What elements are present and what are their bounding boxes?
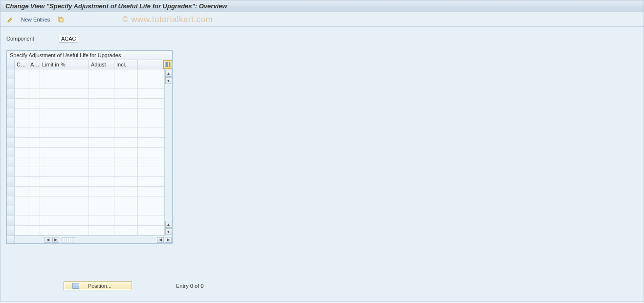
table-configure-icon[interactable] [163, 60, 172, 69]
cell-adjust[interactable] [89, 99, 114, 108]
component-value[interactable]: ACAC [59, 35, 79, 43]
cell-limit[interactable] [40, 148, 89, 157]
row-selector[interactable] [7, 226, 15, 235]
row-selector[interactable] [7, 187, 15, 196]
cell-limit[interactable] [40, 196, 89, 206]
cell-limit[interactable] [40, 128, 89, 137]
table-row[interactable] [7, 138, 164, 148]
cell-adjust[interactable] [89, 148, 114, 157]
table-row[interactable] [7, 206, 164, 216]
cell-incl[interactable] [114, 138, 138, 147]
cell-adjust[interactable] [89, 69, 114, 79]
horizontal-scrollbar[interactable]: ◀ ▶ ◀ ▶ [7, 236, 172, 243]
cell-co[interactable] [15, 69, 28, 79]
row-selector[interactable] [7, 216, 15, 225]
cell-co[interactable] [15, 187, 28, 196]
table-row[interactable] [7, 167, 164, 177]
cell-co[interactable] [15, 196, 28, 206]
cell-co[interactable] [15, 79, 28, 88]
cell-incl[interactable] [114, 157, 138, 167]
row-selector[interactable] [7, 89, 15, 98]
cell-ac[interactable] [28, 99, 40, 108]
row-selector[interactable] [7, 167, 15, 176]
cell-incl[interactable] [114, 118, 138, 128]
cell-limit[interactable] [40, 108, 89, 118]
table-row[interactable] [7, 226, 164, 236]
scroll-left-icon[interactable]: ◀ [44, 237, 51, 243]
cell-adjust[interactable] [89, 79, 114, 88]
table-row[interactable] [7, 89, 164, 99]
cell-adjust[interactable] [89, 89, 114, 98]
cell-limit[interactable] [40, 69, 89, 79]
cell-incl[interactable] [114, 79, 138, 88]
row-selector[interactable] [7, 118, 15, 128]
cell-adjust[interactable] [89, 157, 114, 167]
cell-ac[interactable] [28, 89, 40, 98]
cell-limit[interactable] [40, 138, 89, 147]
cell-co[interactable] [15, 89, 28, 98]
cell-adjust[interactable] [89, 187, 114, 196]
new-entries-button[interactable]: New Entries [19, 16, 52, 23]
row-selector[interactable] [7, 138, 15, 147]
table-row[interactable] [7, 128, 164, 138]
row-selector[interactable] [7, 196, 15, 206]
cell-ac[interactable] [28, 69, 40, 79]
table-row[interactable] [7, 177, 164, 187]
scroll-down-icon[interactable]: ▼ [165, 228, 172, 235]
cell-ac[interactable] [28, 118, 40, 128]
row-selector[interactable] [7, 79, 15, 88]
cell-ac[interactable] [28, 157, 40, 167]
row-selector[interactable] [7, 177, 15, 186]
cell-ac[interactable] [28, 108, 40, 118]
cell-incl[interactable] [114, 69, 138, 79]
cell-limit[interactable] [40, 226, 89, 235]
cell-co[interactable] [15, 99, 28, 108]
scroll-up-step-icon[interactable]: ▲ [165, 221, 172, 228]
scroll-right-icon[interactable]: ▶ [165, 237, 172, 243]
cell-co[interactable] [15, 206, 28, 216]
cell-incl[interactable] [114, 148, 138, 157]
cell-limit[interactable] [40, 206, 89, 216]
row-selector-header[interactable] [7, 60, 15, 69]
cell-limit[interactable] [40, 157, 89, 167]
cell-co[interactable] [15, 118, 28, 128]
cell-incl[interactable] [114, 187, 138, 196]
cell-ac[interactable] [28, 148, 40, 157]
cell-incl[interactable] [114, 167, 138, 176]
column-header-ac[interactable]: Ac... [28, 60, 40, 69]
copy-icon[interactable] [56, 15, 66, 24]
cell-adjust[interactable] [89, 167, 114, 176]
edit-icon[interactable] [5, 15, 15, 24]
cell-ac[interactable] [28, 206, 40, 216]
cell-adjust[interactable] [89, 138, 114, 147]
cell-ac[interactable] [28, 187, 40, 196]
cell-adjust[interactable] [89, 128, 114, 137]
column-header-limit[interactable]: Limit in % [40, 60, 89, 69]
row-selector[interactable] [7, 157, 15, 167]
cell-ac[interactable] [28, 79, 40, 88]
cell-limit[interactable] [40, 177, 89, 186]
row-selector[interactable] [7, 148, 15, 157]
cell-co[interactable] [15, 108, 28, 118]
row-selector[interactable] [7, 99, 15, 108]
table-row[interactable] [7, 118, 164, 128]
position-button[interactable]: Position... [64, 281, 132, 290]
row-selector[interactable] [7, 206, 15, 216]
cell-ac[interactable] [28, 167, 40, 176]
cell-ac[interactable] [28, 128, 40, 137]
cell-ac[interactable] [28, 196, 40, 206]
cell-incl[interactable] [114, 128, 138, 137]
cell-limit[interactable] [40, 187, 89, 196]
cell-incl[interactable] [114, 177, 138, 186]
cell-limit[interactable] [40, 79, 89, 88]
cell-incl[interactable] [114, 108, 138, 118]
cell-co[interactable] [15, 177, 28, 186]
table-row[interactable] [7, 157, 164, 167]
cell-co[interactable] [15, 216, 28, 225]
scroll-thumb[interactable] [62, 238, 76, 242]
scroll-right-step-icon[interactable]: ▶ [52, 237, 59, 243]
cell-ac[interactable] [28, 216, 40, 225]
cell-limit[interactable] [40, 167, 89, 176]
table-row[interactable] [7, 99, 164, 108]
row-selector[interactable] [7, 128, 15, 137]
